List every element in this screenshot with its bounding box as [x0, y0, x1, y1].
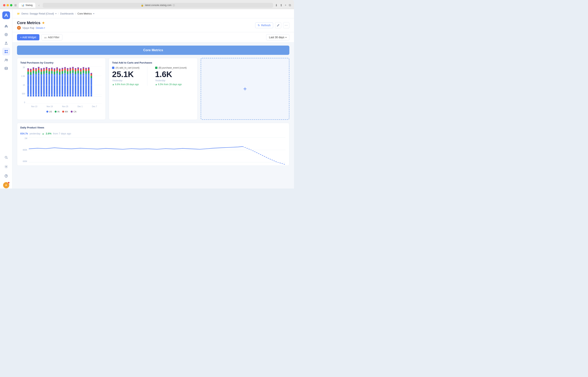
- svg-rect-64: [56, 69, 58, 71]
- metric-pair: (A) add_to_cart (count) 25.1K Yesterday …: [112, 66, 194, 86]
- breadcrumb-page-dropdown-icon[interactable]: ▾: [93, 12, 94, 15]
- y-label-2k: 2K: [20, 66, 25, 69]
- svg-rect-107: [85, 71, 87, 74]
- details-link[interactable]: Details ▾: [36, 26, 45, 29]
- notification-badge: [8, 182, 10, 184]
- favorite-star-icon[interactable]: ★: [42, 21, 45, 25]
- sidebar-settings-button[interactable]: [2, 163, 10, 171]
- breadcrumb-dropdown-icon[interactable]: ▾: [55, 12, 56, 15]
- y-label-0: 0: [20, 101, 25, 104]
- breadcrumb-sep-1: /: [58, 12, 59, 15]
- svg-line-14: [7, 158, 8, 159]
- url-text: latest.console.statsig.com: [145, 4, 171, 7]
- add-filter-button[interactable]: ⚏ Add Filter: [41, 34, 62, 40]
- refresh-button[interactable]: ↻ Refresh: [255, 23, 273, 28]
- more-options-button[interactable]: ···: [283, 22, 289, 28]
- sidebar-item-metrics[interactable]: [2, 31, 10, 38]
- svg-rect-112: [88, 69, 89, 71]
- daily-views-title: Daily Product Views: [20, 126, 286, 129]
- svg-rect-56: [51, 69, 53, 71]
- legend-mx: MX: [62, 110, 68, 113]
- daily-views-change-period: from 7 days ago: [53, 132, 71, 135]
- add-widget-placeholder[interactable]: +: [201, 58, 289, 120]
- new-tab-icon[interactable]: +: [285, 3, 286, 7]
- x-label-nov25: Nov 25: [62, 106, 68, 107]
- breadcrumb-section[interactable]: Dashboards: [60, 12, 74, 15]
- page-header: Core Metrics ★ V Vijaye Raji Details ▾ ↻: [12, 18, 294, 32]
- daily-views-period: yesterday: [30, 132, 40, 135]
- svg-rect-63: [56, 71, 58, 73]
- grid-line-2: [26, 85, 102, 85]
- svg-rect-95: [77, 71, 79, 73]
- metric-b-sub: Yesterday: [155, 79, 187, 82]
- ellipsis-icon: ···: [285, 24, 288, 27]
- browser-tab[interactable]: 📊 Statsig: [19, 3, 35, 8]
- download-icon[interactable]: ⬇: [275, 3, 278, 7]
- metric-a-sub: Yesterday: [112, 79, 139, 82]
- svg-rect-67: [59, 72, 60, 75]
- svg-rect-65: [56, 67, 58, 69]
- grid-line-3: [26, 94, 102, 94]
- svg-rect-90: [75, 74, 76, 96]
- details-chevron-icon: ▾: [44, 27, 45, 29]
- grid-line-top: [26, 66, 102, 67]
- svg-rect-76: [64, 69, 66, 71]
- sidebar-help-button[interactable]: [2, 172, 10, 180]
- author-avatar: V: [17, 26, 21, 30]
- svg-rect-61: [54, 68, 55, 70]
- user-avatar[interactable]: A: [3, 182, 9, 188]
- section-title: Core Metrics: [143, 48, 163, 52]
- add-widget-button[interactable]: + Add Widget: [17, 34, 39, 40]
- traffic-light-yellow[interactable]: [7, 4, 9, 6]
- share-icon[interactable]: ⬆: [280, 3, 282, 7]
- y-1m: 1M: [20, 137, 27, 140]
- dashboard-content: Core Metrics Total Purchases by Country …: [12, 43, 294, 188]
- svg-rect-68: [59, 70, 60, 72]
- metric-a: (A) add_to_cart (count) 25.1K Yesterday …: [112, 66, 139, 86]
- line-chart-y-axis: 1M 800K 600K: [20, 137, 28, 162]
- sidebar-item-analytics[interactable]: [2, 48, 10, 55]
- sidebar-item-users[interactable]: [2, 56, 10, 64]
- traffic-light-green[interactable]: [10, 4, 12, 6]
- refresh-icon: ↻: [258, 24, 260, 27]
- svg-rect-42: [43, 74, 45, 96]
- svg-rect-35: [38, 70, 39, 73]
- carts-chart-title: Total Add to Carts and Purchases: [112, 61, 194, 64]
- sidebar-toggle-icon[interactable]: ⊞: [14, 3, 17, 7]
- svg-rect-85: [70, 68, 71, 69]
- sidebar-item-home[interactable]: [2, 22, 10, 30]
- sidebar-search-button[interactable]: [2, 153, 10, 161]
- svg-rect-83: [70, 71, 71, 74]
- x-label-dec7: Dec 7: [92, 106, 97, 107]
- svg-point-12: [5, 67, 8, 68]
- header-actions: ↻ Refresh ···: [255, 22, 289, 28]
- legend-in: IN: [55, 110, 59, 113]
- purchases-by-country-card: Total Purchases by Country 2K 1.5K 1K 50…: [17, 58, 106, 120]
- grid-line-1: [26, 76, 102, 76]
- svg-rect-111: [88, 71, 89, 73]
- filter-icon: ⚏: [44, 36, 47, 39]
- traffic-light-red[interactable]: [3, 4, 5, 6]
- svg-rect-48: [46, 69, 47, 71]
- svg-rect-91: [75, 71, 76, 74]
- sidebar-item-experiments[interactable]: [2, 39, 10, 47]
- grid-line-bottom: [26, 103, 102, 104]
- svg-rect-18: [27, 74, 29, 96]
- y-600k: 600K: [20, 160, 27, 162]
- line-chart-area: [29, 137, 285, 162]
- breadcrumb-current: Core Metrics: [77, 12, 92, 15]
- svg-rect-105: [83, 67, 84, 69]
- date-range-button[interactable]: Last 30 days ▾: [266, 34, 289, 40]
- svg-rect-51: [48, 71, 50, 74]
- address-bar[interactable]: 🔒 latest.console.statsig.com ⓘ: [43, 3, 273, 8]
- svg-rect-49: [46, 67, 47, 69]
- sidebar-item-database[interactable]: [2, 65, 10, 72]
- svg-rect-21: [27, 68, 29, 70]
- connection-info-icon: ⓘ: [173, 4, 175, 7]
- edit-button[interactable]: [275, 22, 281, 28]
- breadcrumb-project[interactable]: Demo: Swaggr Retail [Cloud]: [22, 12, 54, 15]
- y-axis-labels: 2K 1.5K 1K 500 0: [20, 66, 26, 104]
- tabs-view-icon[interactable]: ⧉: [289, 3, 291, 7]
- nav-back-button[interactable]: ‹: [37, 3, 41, 8]
- line-grid-top: [29, 137, 285, 138]
